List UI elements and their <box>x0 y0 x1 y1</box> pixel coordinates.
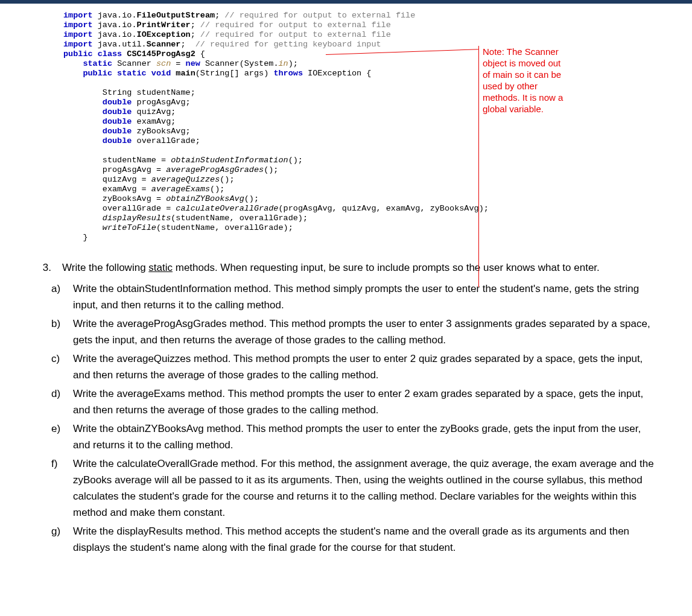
keyword-double: double <box>63 127 137 136</box>
code-text: String studentName; <box>63 88 195 97</box>
comment: // required for output to external file <box>224 11 415 20</box>
code-text: (studentName, overallGrade); <box>156 223 293 232</box>
keyword-new: new <box>186 59 205 68</box>
code-text <box>63 223 103 232</box>
method-call: calculateOverallGrade <box>176 204 278 213</box>
code-text: ); <box>288 59 298 68</box>
method-call: displayResults <box>103 214 171 223</box>
code-text: Scanner <box>117 59 156 68</box>
sub-item-text: Write the averageExams method. This meth… <box>73 386 662 418</box>
sub-item-label: a) <box>51 281 73 313</box>
code-text: ; <box>180 40 195 49</box>
sub-item-label: c) <box>51 351 73 383</box>
comment: // required for output to external file <box>200 21 391 30</box>
code-text: overallGrade; <box>137 136 200 145</box>
sub-item: d)Write the averageExams method. This me… <box>51 386 662 418</box>
keyword-throws: throws <box>273 69 308 78</box>
sub-list: a)Write the obtainStudentInformation met… <box>30 281 662 556</box>
code-text: java.io. <box>93 30 137 39</box>
keyword-import: import <box>63 21 93 30</box>
field-name: scn <box>156 59 171 68</box>
code-text: zyBooksAvg; <box>137 127 191 136</box>
sub-item: f)Write the calculateOverallGrade method… <box>51 456 662 521</box>
sub-item-text: Write the displayResults method. This me… <box>73 523 662 556</box>
sub-item: a)Write the obtainStudentInformation met… <box>51 281 662 313</box>
class-name: CSC145ProgAsg2 <box>127 49 195 59</box>
document-content: import java.io.FileOutputStream; // requ… <box>0 4 692 574</box>
method-call: averageExams <box>151 185 210 194</box>
sub-item-label: e) <box>51 421 73 453</box>
item-body: Write the following static methods. When… <box>62 259 662 276</box>
class-name: PrintWriter <box>137 21 191 30</box>
keyword-public: public class <box>63 49 127 59</box>
code-text: (); <box>210 185 224 194</box>
comment: // required for getting keyboard input <box>195 40 381 49</box>
code-text: (progAsgAvg, quizAvg, examAvg, zyBooksAv… <box>278 204 488 213</box>
sub-item: b)Write the averageProgAsgGrades method.… <box>51 316 662 348</box>
keyword-import: import <box>63 40 93 49</box>
sub-item-text: Write the calculateOverallGrade method. … <box>73 456 662 521</box>
keyword-import: import <box>63 11 93 20</box>
intro-text: Write the following <box>62 262 148 273</box>
code-text: zyBooksAvg = <box>63 194 166 203</box>
code-text: = <box>171 59 185 68</box>
code-text: (String[] args) <box>195 69 274 78</box>
item-number: 3. <box>30 259 62 276</box>
code-text: } <box>63 233 88 242</box>
intro-underline: static <box>148 262 173 273</box>
code-text: (studentName, overallGrade); <box>171 214 308 223</box>
code-text: studentName = <box>63 156 171 165</box>
class-name: FileOutputStream <box>137 11 215 20</box>
class-name: Scanner <box>147 40 181 49</box>
code-text: examAvg; <box>137 117 176 126</box>
code-text: ; <box>191 21 200 30</box>
sub-item-label: d) <box>51 386 73 418</box>
keyword-static: static <box>63 59 117 68</box>
comment: // required for output to external file <box>200 30 391 39</box>
code-text: (); <box>244 194 259 203</box>
code-text: java.util. <box>93 40 147 49</box>
keyword-double: double <box>63 136 137 145</box>
sub-item-text: Write the averageQuizzes method. This me… <box>73 351 662 383</box>
code-text: (); <box>264 165 278 174</box>
keyword-double: double <box>63 98 137 107</box>
code-block: import java.io.FileOutputStream; // requ… <box>63 11 662 243</box>
note-annotation: Note: The Scanner object is moved out of… <box>478 46 567 287</box>
code-text: java.io. <box>93 11 137 20</box>
code-text: (); <box>288 156 303 165</box>
code-text: progAsgAvg = <box>63 165 166 174</box>
method-name: main <box>176 69 195 78</box>
code-text: Scanner(System. <box>205 59 279 68</box>
class-name: IOException <box>137 30 191 39</box>
code-text: overallGrade = <box>63 204 176 213</box>
sub-item-label: g) <box>51 523 73 556</box>
sub-item-label: b) <box>51 316 73 348</box>
sub-item-text: Write the obtainZYBooksAvg method. This … <box>73 421 662 453</box>
code-text: progAsgAvg; <box>137 98 191 107</box>
code-text: examAvg = <box>63 185 151 194</box>
keyword-public: public static void <box>63 69 176 78</box>
sub-item-label: f) <box>51 456 73 521</box>
sub-item: c)Write the averageQuizzes method. This … <box>51 351 662 383</box>
code-text: quizAvg; <box>137 107 176 116</box>
method-call: writeToFile <box>103 223 156 232</box>
code-text: ; <box>215 11 224 20</box>
sub-item-text: Write the averageProgAsgGrades method. T… <box>73 316 662 348</box>
code-text: (); <box>220 175 234 184</box>
code-text: IOException { <box>308 69 371 78</box>
instructions: 3. Write the following static methods. W… <box>30 259 662 556</box>
code-text: quizAvg = <box>63 175 151 184</box>
method-call: obtainZYBooksAvg <box>166 194 244 203</box>
sub-item: e)Write the obtainZYBooksAvg method. Thi… <box>51 421 662 453</box>
method-call: averageProgAsgGrades <box>166 165 264 174</box>
code-text <box>63 214 103 223</box>
sub-item-text: Write the obtainStudentInformation metho… <box>73 281 662 313</box>
keyword-double: double <box>63 117 137 126</box>
keyword-double: double <box>63 107 137 116</box>
field-name: in <box>279 59 288 68</box>
code-text: java.io. <box>93 21 137 30</box>
method-call: obtainStudentInformation <box>171 156 288 165</box>
keyword-import: import <box>63 30 93 39</box>
code-text: { <box>195 49 205 59</box>
code-text: ; <box>191 30 200 39</box>
